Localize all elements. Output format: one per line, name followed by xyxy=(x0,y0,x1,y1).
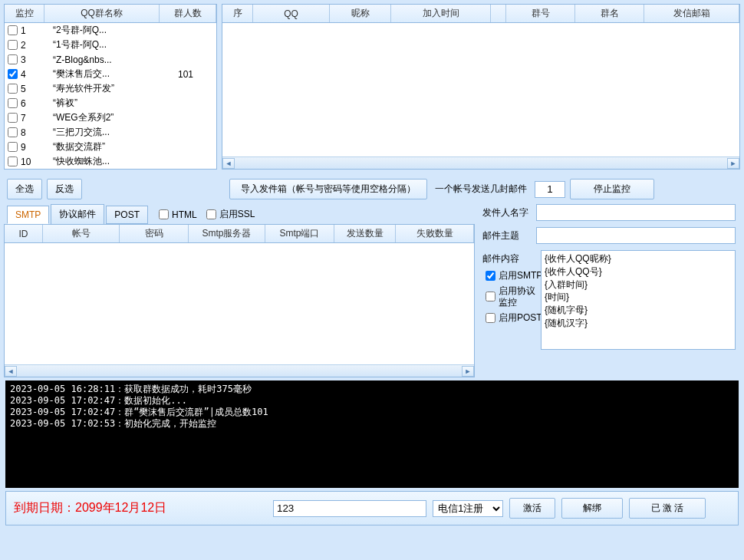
group-row[interactable]: 2“1号群-阿Q... xyxy=(5,38,216,52)
group-row-index: 1 xyxy=(21,25,47,36)
group-list-body[interactable]: 1“2号群-阿Q...2“1号群-阿Q...3“Z-Blog&nbs...4“樊… xyxy=(5,23,216,169)
group-row[interactable]: 7“WEG全系列2” xyxy=(5,110,216,125)
log-console: 2023-09-05 16:28:11：获取群数据成功，耗时375毫秒 2023… xyxy=(5,380,739,488)
html-checkbox-label[interactable]: HTML xyxy=(159,209,197,220)
per-account-input[interactable] xyxy=(535,181,565,198)
group-row[interactable]: 4“樊沫售后交...101 xyxy=(5,67,216,81)
tab-post[interactable]: POST xyxy=(106,206,148,224)
scroll-left-icon[interactable]: ◄ xyxy=(222,158,235,169)
group-row-checkbox[interactable] xyxy=(8,113,18,123)
group-row-checkbox[interactable] xyxy=(8,127,18,137)
group-row-checkbox[interactable] xyxy=(8,98,18,108)
smtp-table-body[interactable] xyxy=(5,243,474,364)
col-group-name[interactable]: QQ群名称 xyxy=(44,5,160,22)
smtp-table-header: ID 帐号 密码 Smtp服务器 Smtp端口 发送数量 失败数量 xyxy=(5,225,474,243)
group-row-checkbox[interactable] xyxy=(8,69,18,79)
group-list-panel: 监控 QQ群名称 群人数 1“2号群-阿Q...2“1号群-阿Q...3“Z-B… xyxy=(4,4,217,170)
activate-button[interactable]: 激活 xyxy=(509,498,555,519)
member-table-body[interactable] xyxy=(222,23,739,156)
group-row[interactable]: 9“数据交流群” xyxy=(5,140,216,154)
action-bar: 全选 反选 导入发件箱（帐号与密码等使用空格分隔） 一个帐号发送几封邮件 停止监… xyxy=(4,174,740,204)
group-row-index: 4 xyxy=(21,69,47,80)
group-row[interactable]: 5“寿光软件开发” xyxy=(5,81,216,96)
ssl-checkbox[interactable] xyxy=(206,209,216,219)
smtp-table-hscroll[interactable]: ◄ ► xyxy=(5,364,474,377)
group-row-index: 2 xyxy=(21,40,47,51)
html-checkbox[interactable] xyxy=(159,209,169,219)
enable-proto-label[interactable]: 启用协议监控 xyxy=(486,285,544,308)
cfg-col-server[interactable]: Smtp服务器 xyxy=(189,225,265,242)
cfg-col-fail[interactable]: 失败数量 xyxy=(396,225,474,242)
group-row[interactable]: 10“快收蜘蛛池... xyxy=(5,154,216,169)
col-nick[interactable]: 昵称 xyxy=(330,5,391,22)
col-join[interactable]: 加入时间 xyxy=(391,5,491,22)
group-row[interactable]: 1“2号群-阿Q... xyxy=(5,23,216,38)
col-blank[interactable] xyxy=(491,5,506,22)
group-row-checkbox[interactable] xyxy=(8,54,18,64)
group-row-index: 9 xyxy=(21,142,47,153)
group-row-name: “裤衩” xyxy=(47,97,178,110)
sender-name-input[interactable] xyxy=(536,204,736,221)
group-row-index: 5 xyxy=(21,84,47,94)
group-row-name: “1号群-阿Q... xyxy=(47,38,178,51)
per-account-label: 一个帐号发送几封邮件 xyxy=(432,183,530,196)
group-row[interactable]: 8“三把刀交流... xyxy=(5,125,216,140)
import-sender-button[interactable]: 导入发件箱（帐号与密码等使用空格分隔） xyxy=(229,179,427,199)
enable-post-checkbox[interactable] xyxy=(486,313,495,323)
group-row-index: 10 xyxy=(21,156,47,167)
cfg-col-pwd[interactable]: 密码 xyxy=(120,225,189,242)
group-row-name: “寿光软件开发” xyxy=(47,82,178,95)
col-monitor[interactable]: 监控 xyxy=(5,5,44,22)
col-sendbox[interactable]: 发信邮箱 xyxy=(644,5,739,22)
scroll-right-icon[interactable]: ► xyxy=(727,158,739,169)
col-seq[interactable]: 序 xyxy=(222,5,253,22)
cfg-col-sent[interactable]: 发送数量 xyxy=(334,225,396,242)
activated-button[interactable]: 已 激 活 xyxy=(629,498,706,519)
group-row-name: “三把刀交流... xyxy=(47,126,178,139)
protocol-tabs: SMTP 协议邮件 POST HTML 启用SSL xyxy=(4,204,475,225)
group-row-checkbox[interactable] xyxy=(8,142,18,152)
stop-monitor-button[interactable]: 停止监控 xyxy=(570,179,654,199)
enable-smtp-checkbox[interactable] xyxy=(486,271,495,281)
col-qq[interactable]: QQ xyxy=(253,5,330,22)
sender-name-label: 发件人名字 xyxy=(482,204,536,219)
member-table-hscroll[interactable]: ◄ ► xyxy=(222,156,739,169)
group-row-checkbox[interactable] xyxy=(8,40,18,50)
scroll-right-icon[interactable]: ► xyxy=(462,366,474,377)
subject-input[interactable] xyxy=(536,227,736,244)
group-row[interactable]: 6“裤衩” xyxy=(5,96,216,110)
group-row-index: 3 xyxy=(21,54,47,65)
member-table-panel: 序 QQ 昵称 加入时间 群号 群名 发信邮箱 ◄ ► xyxy=(222,4,740,170)
cfg-col-id[interactable]: ID xyxy=(5,225,43,242)
group-row-count: 101 xyxy=(178,69,216,80)
cfg-col-acct[interactable]: 帐号 xyxy=(43,225,120,242)
unbind-button[interactable]: 解绑 xyxy=(561,498,623,519)
scroll-left-icon[interactable]: ◄ xyxy=(5,366,17,377)
col-groupnm[interactable]: 群名 xyxy=(575,5,644,22)
enable-smtp-label[interactable]: 启用SMTP xyxy=(486,270,544,281)
group-row-checkbox[interactable] xyxy=(8,156,18,166)
tab-smtp[interactable]: SMTP xyxy=(7,206,49,224)
group-row-checkbox[interactable] xyxy=(8,25,18,35)
group-row-name: “Z-Blog&nbs... xyxy=(47,54,178,65)
activation-code-input[interactable] xyxy=(273,500,426,517)
line-select[interactable]: 电信1注册 xyxy=(433,500,503,517)
enable-post-label[interactable]: 启用POST xyxy=(486,312,544,323)
cfg-col-port[interactable]: Smtp端口 xyxy=(265,225,334,242)
enable-proto-checkbox[interactable] xyxy=(486,292,495,301)
content-textarea[interactable] xyxy=(541,250,736,350)
subject-label: 邮件主题 xyxy=(482,227,536,242)
select-all-button[interactable]: 全选 xyxy=(7,179,42,199)
group-row-index: 8 xyxy=(21,127,47,138)
col-member-count[interactable]: 群人数 xyxy=(160,5,216,22)
col-groupno[interactable]: 群号 xyxy=(506,5,575,22)
group-row-checkbox[interactable] xyxy=(8,84,18,94)
group-row[interactable]: 3“Z-Blog&nbs... xyxy=(5,52,216,67)
group-row-name: “快收蜘蛛池... xyxy=(47,155,178,168)
tab-proto-mail[interactable]: 协议邮件 xyxy=(51,204,104,225)
expire-label: 到期日期：2099年12月12日 xyxy=(14,500,267,516)
group-row-name: “樊沫售后交... xyxy=(47,68,178,81)
group-row-name: “2号群-阿Q... xyxy=(47,24,178,37)
ssl-checkbox-label[interactable]: 启用SSL xyxy=(206,208,255,221)
invert-select-button[interactable]: 反选 xyxy=(47,179,82,199)
